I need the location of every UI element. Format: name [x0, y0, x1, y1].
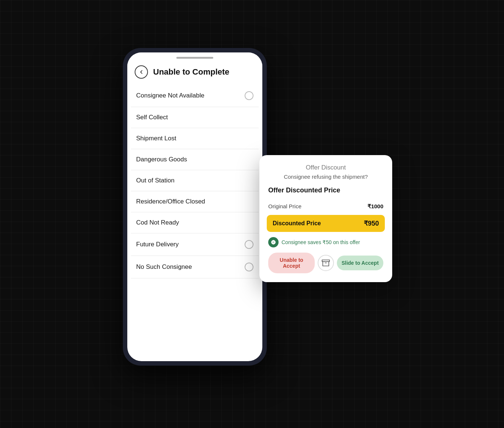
page-title: Unable to Complete: [153, 67, 229, 77]
menu-item-label: Out of Station: [136, 177, 175, 184]
menu-item[interactable]: Consignee Not Available: [131, 85, 259, 107]
menu-item-label: Self Collect: [136, 114, 168, 121]
menu-item[interactable]: Future Delivery: [131, 233, 259, 256]
menu-item[interactable]: Out of Station: [131, 170, 259, 191]
svg-text:%: %: [272, 241, 275, 243]
back-button[interactable]: [135, 65, 148, 79]
card-actions: Unable to Accept Slide to Accept: [268, 253, 383, 273]
savings-text: Consignee saves ₹50 on this offer: [282, 239, 360, 245]
menu-item-label: Dangerous Goods: [136, 156, 187, 163]
menu-item[interactable]: Shipment Lost: [131, 128, 259, 149]
discounted-price-value: ₹950: [364, 219, 379, 227]
menu-item[interactable]: Dangerous Goods: [131, 149, 259, 170]
card-title: Offer Discount: [268, 164, 383, 171]
radio-circle[interactable]: [245, 263, 253, 271]
menu-item-label: Shipment Lost: [136, 135, 176, 142]
discounted-price-label: Discounted Price: [273, 220, 321, 227]
discount-card: Offer Discount Consignee refusing the sh…: [259, 155, 392, 282]
card-section-title: Offer Discounted Price: [268, 186, 383, 194]
menu-item[interactable]: Residence/Office Closed: [131, 191, 259, 212]
box-icon: [318, 255, 334, 271]
phone-header: Unable to Complete: [127, 62, 262, 85]
savings-row: % Consignee saves ₹50 on this offer: [268, 237, 383, 247]
svg-rect-2: [322, 260, 329, 261]
savings-badge-icon: %: [268, 237, 279, 247]
menu-item-label: Consignee Not Available: [136, 92, 204, 99]
original-price-value: ₹1000: [367, 203, 383, 210]
menu-item-label: No Such Consignee: [136, 263, 192, 271]
phone-screen: Unable to Complete Consignee Not Availab…: [127, 52, 262, 361]
slide-to-accept-button[interactable]: Slide to Accept: [337, 256, 383, 270]
radio-circle[interactable]: [245, 91, 253, 100]
phone-notch: [127, 52, 262, 62]
radio-circle[interactable]: [245, 240, 253, 249]
phone-pill: [176, 57, 213, 59]
menu-item-label: Future Delivery: [136, 241, 179, 248]
original-price-label: Original Price: [268, 203, 301, 209]
phone-frame: Unable to Complete Consignee Not Availab…: [123, 48, 267, 366]
menu-list: Consignee Not AvailableSelf CollectShipm…: [127, 85, 262, 361]
menu-item[interactable]: No Such Consignee: [131, 256, 259, 278]
discounted-price-row: Discounted Price ₹950: [267, 215, 385, 232]
scene: Unable to Complete Consignee Not Availab…: [123, 48, 381, 380]
menu-item-label: Cod Not Ready: [136, 219, 179, 226]
card-subtitle: Consignee refusing the shipment?: [268, 174, 383, 180]
original-price-row: Original Price ₹1000: [268, 199, 383, 213]
menu-item[interactable]: Self Collect: [131, 107, 259, 128]
menu-item-label: Residence/Office Closed: [136, 198, 205, 205]
menu-item[interactable]: Cod Not Ready: [131, 212, 259, 233]
unable-to-accept-button[interactable]: Unable to Accept: [268, 253, 315, 273]
